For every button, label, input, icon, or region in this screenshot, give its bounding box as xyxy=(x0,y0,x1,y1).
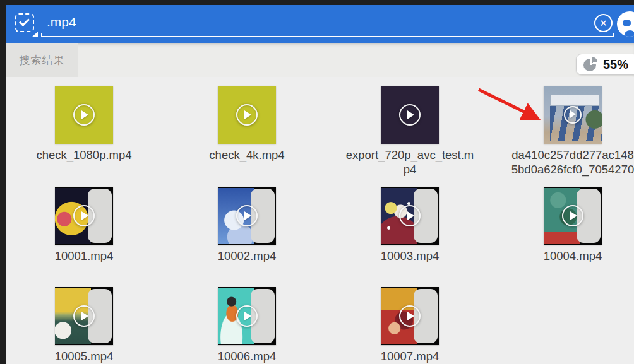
video-thumbnail[interactable] xyxy=(381,86,439,144)
file-item[interactable]: 10007.mp4 xyxy=(328,287,491,364)
play-icon xyxy=(236,205,258,226)
tab-search-results[interactable]: 搜索结果 xyxy=(6,43,78,77)
file-name: 10002.mp4 xyxy=(218,249,277,263)
file-item[interactable]: 10001.mp4 xyxy=(6,187,165,287)
file-item[interactable]: check_1080p.mp4 xyxy=(6,86,165,187)
file-name: 10003.mp4 xyxy=(381,249,440,263)
play-icon xyxy=(236,104,258,126)
play-icon xyxy=(73,205,95,226)
file-item[interactable]: 10004.mp4 xyxy=(491,187,634,287)
file-name: 10005.mp4 xyxy=(55,349,114,363)
video-thumbnail[interactable] xyxy=(544,187,602,245)
tab-label: 搜索结果 xyxy=(20,53,65,68)
grid-row: 10005.mp4 10006.mp4 10007.mp4 xyxy=(6,287,634,364)
file-item[interactable]: da410c257dd277ac1485bd0a626fcf0_7054270 xyxy=(491,86,634,187)
search-input[interactable]: .mp4 xyxy=(47,13,76,31)
file-item[interactable]: 10005.mp4 xyxy=(6,287,165,364)
file-name: 10006.mp4 xyxy=(218,349,277,363)
video-thumbnail[interactable] xyxy=(544,86,602,144)
file-item[interactable]: 10003.mp4 xyxy=(328,187,491,287)
storage-percent: 55% xyxy=(603,57,628,72)
play-icon xyxy=(562,205,583,226)
video-thumbnail[interactable] xyxy=(381,187,439,245)
play-icon xyxy=(236,305,258,327)
play-icon xyxy=(399,205,421,226)
search-results-grid: check_1080p.mp4 check_4k.mp4 export_720p… xyxy=(6,77,634,364)
file-item[interactable]: 10006.mp4 xyxy=(165,287,328,364)
video-thumbnail[interactable] xyxy=(218,287,276,345)
file-item[interactable]: 10002.mp4 xyxy=(165,187,328,287)
pie-chart-icon xyxy=(583,57,597,71)
file-name: 10007.mp4 xyxy=(381,349,440,363)
spinner-triangle-icon xyxy=(32,32,38,37)
file-name: check_4k.mp4 xyxy=(209,148,284,162)
grid-row: 10001.mp4 10002.mp4 10003.mp4 10004.mp4 xyxy=(6,187,634,287)
file-manager-window: .mp4 ✕ 搜索结果 55% check_1080p.mp4 xyxy=(6,5,634,364)
play-icon xyxy=(399,305,421,327)
file-name: 10001.mp4 xyxy=(55,249,114,263)
video-thumbnail[interactable] xyxy=(381,287,439,345)
video-thumbnail[interactable] xyxy=(218,187,276,245)
search-input-underline xyxy=(41,33,614,37)
file-item-empty xyxy=(491,287,634,364)
file-name: check_1080p.mp4 xyxy=(36,148,131,162)
video-thumbnail[interactable] xyxy=(55,187,113,245)
globe-button[interactable] xyxy=(617,11,634,37)
grid-row: check_1080p.mp4 check_4k.mp4 export_720p… xyxy=(6,86,634,187)
close-icon: ✕ xyxy=(599,18,607,29)
play-icon xyxy=(73,104,95,126)
select-all-button[interactable] xyxy=(14,12,39,37)
file-name: da410c257dd277ac1485bd0a626fcf0_7054270 xyxy=(511,148,634,177)
video-thumbnail[interactable] xyxy=(55,86,113,144)
play-icon xyxy=(564,106,582,124)
search-toolbar: .mp4 ✕ xyxy=(6,5,634,43)
multi-select-checkbox-icon xyxy=(15,13,34,32)
tab-bar: 搜索结果 55% xyxy=(6,43,634,77)
clear-search-button[interactable]: ✕ xyxy=(594,14,613,32)
file-item[interactable]: export_720p_avc_test.mp4 xyxy=(328,86,491,187)
file-name: 10004.mp4 xyxy=(544,249,602,263)
storage-usage-badge[interactable]: 55% xyxy=(576,54,634,75)
video-thumbnail[interactable] xyxy=(55,287,113,345)
play-icon xyxy=(399,104,421,126)
file-name: export_720p_avc_test.mp4 xyxy=(346,148,474,177)
file-item[interactable]: check_4k.mp4 xyxy=(165,86,328,187)
play-icon xyxy=(73,305,95,327)
video-thumbnail[interactable] xyxy=(218,86,276,144)
